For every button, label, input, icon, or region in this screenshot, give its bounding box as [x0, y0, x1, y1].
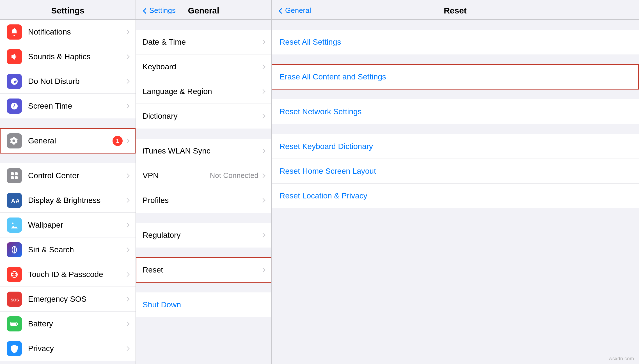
touch-id-chevron	[125, 272, 130, 277]
siri-chevron	[125, 247, 130, 252]
watermark: wsxdn.com	[609, 356, 634, 362]
general-divider-1	[136, 129, 271, 139]
reset-row-erase-all[interactable]: Erase All Content and Settings	[272, 65, 639, 89]
settings-row-notifications[interactable]: Notifications	[0, 20, 136, 44]
siri-icon	[7, 242, 22, 257]
settings-row-general[interactable]: General 1	[0, 129, 136, 153]
general-row-dictionary[interactable]: Dictionary	[136, 104, 271, 129]
general-divider-4	[136, 282, 271, 292]
divider-2	[0, 153, 136, 163]
display-label: Display & Brightness	[28, 196, 125, 205]
settings-row-battery[interactable]: Battery	[0, 312, 136, 336]
general-panel: Settings General Date & Time Keyboard La…	[136, 0, 272, 364]
emergency-sos-chevron	[125, 297, 130, 301]
svg-rect-10	[11, 323, 16, 325]
dictionary-label: Dictionary	[143, 112, 261, 121]
general-row-date-time[interactable]: Date & Time	[136, 30, 271, 54]
vpn-value: Not Connected	[210, 171, 258, 180]
settings-row-touch-id[interactable]: Touch ID & Passcode	[0, 262, 136, 287]
siri-label: Siri & Search	[28, 245, 125, 254]
reset-header-inner: General Reset	[280, 6, 631, 15]
reset-row-location[interactable]: Reset Location & Privacy	[272, 184, 639, 208]
general-row-itunes[interactable]: iTunes WLAN Sync	[136, 139, 271, 163]
reset-row-home-screen[interactable]: Reset Home Screen Layout	[272, 159, 639, 184]
general-back-label: Settings	[149, 6, 176, 15]
reset-panel: General Reset Reset All Settings Erase A…	[272, 0, 639, 364]
reset-divider-3	[272, 124, 639, 134]
general-row-profiles[interactable]: Profiles	[136, 188, 271, 213]
general-back-button[interactable]: Settings	[144, 6, 176, 15]
settings-row-do-not-disturb[interactable]: Do Not Disturb	[0, 69, 136, 94]
reset-panel-header: General Reset	[272, 0, 639, 20]
general-row-keyboard[interactable]: Keyboard	[136, 54, 271, 79]
notifications-label: Notifications	[28, 28, 125, 36]
display-chevron	[125, 198, 130, 203]
svg-rect-11	[17, 323, 18, 325]
screen-time-icon	[7, 99, 22, 114]
general-row-shutdown[interactable]: Shut Down	[136, 292, 271, 317]
privacy-label: Privacy	[28, 344, 125, 353]
notifications-chevron	[125, 29, 130, 34]
reset-back-label: General	[285, 6, 311, 15]
settings-row-siri[interactable]: Siri & Search	[0, 237, 136, 262]
control-center-chevron	[125, 173, 130, 178]
dictionary-chevron	[261, 114, 265, 119]
vpn-chevron	[261, 173, 265, 178]
general-row-vpn[interactable]: VPN Not Connected	[136, 163, 271, 188]
privacy-icon	[7, 341, 22, 356]
general-group-2: iTunes WLAN Sync VPN Not Connected Profi…	[136, 139, 271, 213]
keyboard-label: Keyboard	[143, 62, 261, 71]
reset-chevron	[261, 268, 265, 273]
settings-row-screen-time[interactable]: Screen Time	[0, 94, 136, 118]
general-row-language[interactable]: Language & Region	[136, 79, 271, 104]
touch-id-icon	[7, 267, 22, 282]
reset-top-divider	[272, 20, 639, 30]
reset-group-3: Reset Network Settings	[272, 99, 639, 124]
general-row-reset[interactable]: Reset	[136, 258, 271, 282]
reset-row-all-settings[interactable]: Reset All Settings	[272, 30, 639, 54]
itunes-label: iTunes WLAN Sync	[143, 146, 261, 155]
back-chevron-icon	[143, 8, 148, 14]
svg-rect-3	[15, 176, 18, 179]
vpn-label: VPN	[143, 171, 210, 180]
erase-all-label: Erase All Content and Settings	[280, 72, 386, 81]
general-header-inner: Settings General	[144, 6, 264, 15]
general-group-1: Date & Time Keyboard Language & Region D…	[136, 30, 271, 129]
itunes-chevron	[261, 148, 265, 153]
settings-row-emergency-sos[interactable]: SOS Emergency SOS	[0, 287, 136, 312]
battery-icon	[7, 316, 22, 331]
svg-text:SOS: SOS	[11, 298, 19, 302]
settings-group-top: Notifications Sounds & Haptics Do Not Di…	[0, 20, 136, 118]
settings-row-privacy[interactable]: Privacy	[0, 336, 136, 361]
settings-row-sounds[interactable]: Sounds & Haptics	[0, 44, 136, 69]
sounds-label: Sounds & Haptics	[28, 52, 125, 61]
settings-row-display[interactable]: AA Display & Brightness	[0, 188, 136, 213]
settings-row-wallpaper[interactable]: Wallpaper	[0, 213, 136, 237]
regulatory-label: Regulatory	[143, 231, 261, 240]
general-panel-header: Settings General	[136, 0, 271, 20]
emergency-sos-icon: SOS	[7, 292, 22, 307]
notifications-icon	[7, 24, 22, 40]
regulatory-chevron	[261, 233, 265, 238]
reset-title: Reset	[444, 6, 467, 15]
reset-divider-1	[272, 54, 639, 65]
touch-id-label: Touch ID & Passcode	[28, 270, 125, 279]
general-group-reset: Reset	[136, 258, 271, 282]
settings-title: Settings	[51, 6, 84, 15]
profiles-chevron	[261, 198, 265, 203]
general-group-3: Regulatory	[136, 223, 271, 248]
general-badge: 1	[113, 136, 123, 146]
reset-keyboard-label: Reset Keyboard Dictionary	[280, 142, 373, 151]
reset-group-1: Reset All Settings	[272, 30, 639, 54]
control-center-label: Control Center	[28, 171, 125, 180]
emergency-sos-label: Emergency SOS	[28, 295, 125, 304]
reset-back-button[interactable]: General	[280, 6, 311, 15]
settings-group-misc: Control Center AA Display & Brightness W…	[0, 163, 136, 361]
reset-row-network[interactable]: Reset Network Settings	[272, 99, 639, 124]
date-time-label: Date & Time	[143, 38, 261, 47]
svg-point-5	[12, 223, 13, 224]
settings-row-control-center[interactable]: Control Center	[0, 163, 136, 188]
sounds-icon	[7, 49, 22, 64]
general-row-regulatory[interactable]: Regulatory	[136, 223, 271, 248]
reset-row-keyboard-dict[interactable]: Reset Keyboard Dictionary	[272, 134, 639, 159]
